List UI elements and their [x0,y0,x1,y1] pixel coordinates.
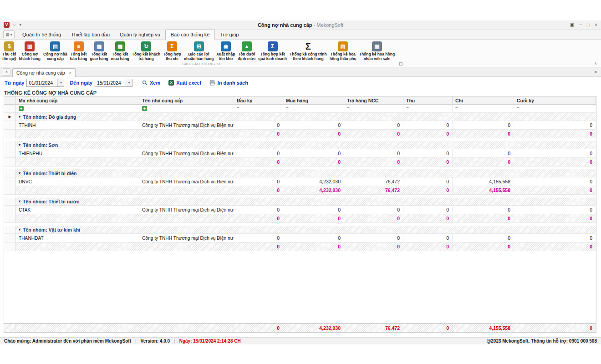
coins-icon: $ [4,41,14,51]
column-header[interactable]: Trả hàng NCC [344,96,403,105]
filter-edit-icon: + [142,106,147,111]
row-indicator [4,186,16,195]
from-date-combobox[interactable]: 01/01/2024 ▾ [26,79,64,87]
data-row[interactable]: DNVCCông ty TNHH Thương mại Dịch vụ Điện… [4,177,596,186]
ribbon-button[interactable]: ▦Tổng kếtgiao hàng [89,41,110,61]
data-row[interactable]: CTAKCông ty TNHH Thương mại Dịch vụ Điện… [4,206,596,214]
subtotal-cell: 0 [234,130,283,138]
ribbon-button[interactable]: ▤Thống kê hoahồng thầu phụ [328,41,358,61]
support-text: @2023 MekongSoft. Thông tin hỗ trợ: 0901… [487,339,597,344]
row-indicator [4,121,16,130]
maximize-icon[interactable]: □ [587,22,590,27]
filter-cell[interactable]: = [344,105,403,113]
column-header[interactable]: Mua hàng [283,96,344,105]
close-icon[interactable]: × [595,22,597,27]
app-logo-icon[interactable]: V [4,22,10,28]
ribbon-button[interactable]: ΣTổng hợp kếtquả kinh doanh [257,41,288,61]
ribbon-button[interactable]: ⊞Báo cáo lợinhuận bán hàng [183,41,215,61]
filter-cell[interactable]: + [16,105,139,113]
toolbar-caret-icon[interactable]: ▾ [19,22,21,28]
data-cell: 0 [403,234,453,243]
row-indicator [4,177,16,186]
document-tab[interactable]: Công nợ nhà cung cấp × [12,68,76,77]
filter-cell[interactable]: = [234,105,283,113]
ribbon-button[interactable]: ΣTổng hợpthu chi [162,41,183,61]
toolbar-circle-icon[interactable]: ○ [13,22,15,28]
supplier-code-cell: CTAK [16,206,139,214]
collapse-ribbon-icon[interactable]: ∧ [594,61,597,66]
ribbon-button[interactable]: ▤Công nợ nhàcung cấp [42,41,69,61]
column-header[interactable]: Tên nhà cung cấp [139,96,234,105]
export-excel-label: Xuất excel [176,80,201,86]
chevron-down-icon[interactable]: ▾ [57,79,64,86]
data-cell: 0 [403,149,453,158]
menu-tab[interactable]: Báo cáo thống kê [165,30,215,40]
group-row[interactable]: ▾Tên nhóm: Thiết bị điện [4,169,596,177]
ribbon: $Thu chitồn quỹ▥Công nợkhách hàng▤Công n… [0,40,601,67]
filter-cell[interactable]: + [139,105,234,113]
group-row[interactable]: ▾Tên nhóm: Thiết bị nước [4,197,596,206]
close-document-button[interactable]: × [3,68,10,76]
print-list-button[interactable]: In danh sách [209,80,248,86]
column-header[interactable]: Đầu kỳ [234,96,283,105]
ribbon-button[interactable]: ▦Thống kê hoa hồngnhân viên sale [358,41,396,61]
data-row[interactable]: THANHDATCông ty TNHH Thương mại Dịch vụ … [4,234,596,243]
subtotal-cell: 0 [344,130,403,138]
ribbon-button[interactable]: ▦Tổng kếtmua hàng [110,41,131,61]
column-header[interactable]: Cuối kỳ [514,96,596,105]
ribbon-button[interactable]: ▲Tồn dướiđịnh mức [236,41,257,61]
grand-total-cell: 76,472 [344,324,403,332]
subtotal-cell: 0 [403,243,453,251]
subtotal-cell: 0 [514,186,596,195]
column-header[interactable]: Thu [403,96,453,105]
ribbon-dialog-launcher-icon[interactable] [399,62,402,66]
filter-cell[interactable]: = [514,105,596,113]
filter-edit-icon: + [19,106,24,111]
group-row[interactable]: ▶▾Tên nhóm: Đồ gia dụng [4,113,596,121]
chevron-down-icon[interactable]: ▾ [126,79,132,86]
ribbon-button[interactable]: ▥Công nợkhách hàng [18,41,42,61]
ribbon-button[interactable]: ↻Tổng kết kháchtrả hàng [131,41,162,61]
screen-fit-icon[interactable]: ▣ [570,22,574,27]
minimize-icon[interactable]: − [579,22,582,27]
subtotal-cell: 0 [453,214,514,223]
menu-tab[interactable]: Quản lý nghiệp vụ [115,30,165,39]
empty-cell [16,243,139,251]
view-button[interactable]: Xem [142,80,160,86]
menu-launcher-button[interactable]: ▦ ▾ [3,30,15,38]
subtotal-cell: 0 [403,214,453,223]
data-cell: 0 [514,121,596,130]
tab-close-icon[interactable]: × [69,71,71,75]
filter-cell[interactable]: = [403,105,453,113]
menu-tab[interactable]: Quản trị hệ thống [17,30,66,39]
supplier-code-cell: THIENPHU [16,149,139,158]
close-active-tab-button[interactable]: × [594,70,597,75]
from-date-label: Từ ngày [5,80,24,86]
ribbon-button[interactable]: ≡Tổng kếtbán hàng [69,41,89,61]
ribbon-button-label: theo khách hàng [293,57,324,61]
empty-cell [139,158,234,167]
row-indicator: ▶ [4,113,16,121]
export-excel-button[interactable]: X Xuất excel [168,80,201,86]
column-header[interactable]: Chi [453,96,514,105]
data-row[interactable]: THIENPHUCông ty TNHH Thương mại Dịch vụ … [4,149,596,158]
ribbon-button[interactable]: ◉Xuất nhậptồn kho [215,41,236,61]
equals-operator-icon: = [517,106,520,111]
grid-body: ▶▾Tên nhóm: Đồ gia dụngTTHINHCông ty TNH… [4,113,596,254]
ribbon-button[interactable]: $Thu chitồn quỹ [1,41,18,61]
to-date-combobox[interactable]: 15/01/2024 ▾ [95,79,132,87]
filter-cell[interactable]: = [283,105,344,113]
group-row[interactable]: ▾Tên nhóm: Vật tư kim khí [4,226,596,234]
menu-tab[interactable]: Trợ giúp [215,30,244,39]
data-row[interactable]: TTHINHCông ty TNHH Thương mại Dịch vụ Đi… [4,121,596,130]
menu-tab[interactable]: Thiết lập ban đầu [66,30,115,39]
collapse-arrow-icon: ▾ [19,115,20,119]
filter-cell[interactable]: = [453,105,514,113]
ribbon-button-label: tồn quỹ [2,57,16,61]
supplier-name-cell: Công ty TNHH Thương mại Dịch vụ Điện nướ… [139,121,234,130]
data-cell: 0 [283,121,344,130]
column-header[interactable]: Mã nhà cung cấp [16,96,139,105]
group-row[interactable]: ▾Tên nhóm: Sơn [4,141,596,149]
ribbon-button[interactable]: ΣThống kê công trìnhtheo khách hàng [288,41,328,61]
subtotal-cell: 0 [453,158,514,167]
